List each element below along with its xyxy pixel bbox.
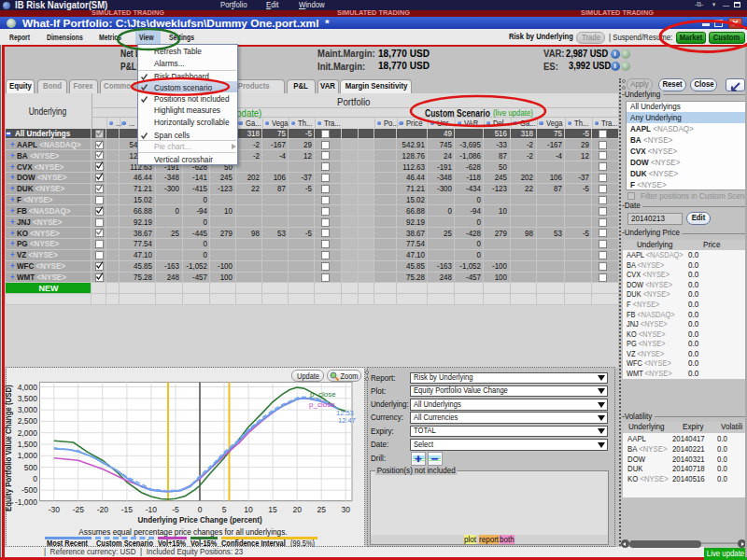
svg-text:4,000: 4,000 — [18, 383, 38, 392]
svg-text:3,000: 3,000 — [18, 405, 38, 414]
svg-text:2,500: 2,500 — [18, 416, 38, 426]
svg-text:0: 0 — [198, 505, 203, 514]
svg-text:3,500: 3,500 — [18, 394, 38, 403]
svg-text:p_close: p_close — [309, 400, 335, 409]
svg-text:0: 0 — [33, 474, 37, 483]
svg-text:-30: -30 — [49, 505, 61, 514]
svg-text:5: 5 — [222, 505, 227, 514]
svg-text:25: 25 — [317, 505, 326, 514]
svg-text:2,000: 2,000 — [18, 428, 38, 438]
svg-text:p_close: p_close — [310, 390, 336, 399]
svg-text:-25: -25 — [73, 505, 85, 514]
svg-text:-15: -15 — [121, 505, 134, 514]
svg-text:10: 10 — [244, 505, 253, 514]
svg-text:12:47: 12:47 — [338, 416, 356, 425]
svg-text:30: 30 — [341, 505, 350, 514]
svg-text:500: 500 — [24, 463, 37, 472]
svg-text:15: 15 — [268, 505, 277, 514]
svg-text:-1,000: -1,000 — [15, 497, 37, 507]
svg-text:-500: -500 — [21, 485, 37, 495]
svg-text:1,500: 1,500 — [18, 440, 38, 449]
svg-text:-10: -10 — [146, 505, 158, 514]
svg-text:-20: -20 — [97, 505, 109, 514]
svg-text:1,000: 1,000 — [18, 451, 38, 460]
svg-text:20: 20 — [292, 505, 302, 514]
svg-text:-5: -5 — [172, 505, 179, 514]
